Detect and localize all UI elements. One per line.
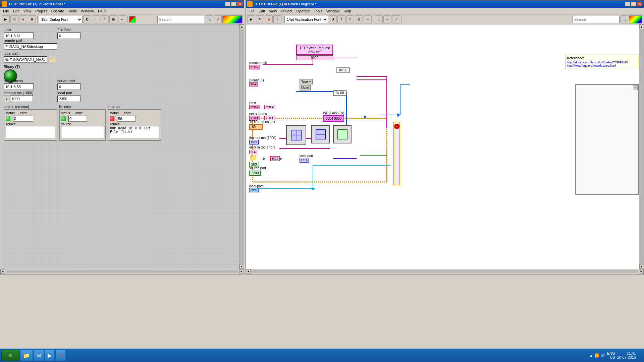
bd-tb-step-out[interactable]: ⤴: [392, 15, 400, 23]
bd-node-2[interactable]: [311, 125, 330, 143]
start-button[interactable]: [1, 350, 19, 361]
bd-font-select[interactable]: 14pt Application Font: [284, 16, 328, 23]
fp-tb-run-cont[interactable]: ↻: [10, 15, 18, 23]
bd-tb-step-over[interactable]: →: [383, 15, 391, 23]
fp-tb-align[interactable]: ≡: [101, 15, 109, 23]
fp-tb-color1[interactable]: [129, 16, 136, 23]
bd-menu-tools[interactable]: Tools: [312, 8, 324, 14]
local-path-browse-button[interactable]: 📁: [49, 56, 56, 63]
bd-menu-help[interactable]: Help: [341, 8, 353, 14]
fp-search-button[interactable]: 🔍: [205, 15, 213, 23]
fp-menu-tools[interactable]: Tools: [66, 8, 79, 14]
host-input[interactable]: [4, 33, 34, 39]
fp-tb-run[interactable]: ▶: [2, 15, 10, 23]
bd-hscroll-right[interactable]: ►: [639, 269, 644, 274]
bd-menu-window[interactable]: Window: [324, 8, 341, 14]
bd-tb-run-cont[interactable]: ↻: [256, 15, 264, 23]
bd-vscroll[interactable]: ▲ ▼: [639, 24, 644, 269]
bd-tb-abort[interactable]: ■: [265, 15, 273, 23]
bd-tb-resize[interactable]: ↔: [364, 15, 372, 23]
bd-tb-dist[interactable]: ⊞: [355, 15, 363, 23]
error-out-source-input[interactable]: UDP Read in TFTP Put File (1).vi: [110, 126, 159, 138]
bd-color-palette: [629, 15, 642, 23]
bd-close-button[interactable]: ✕: [637, 2, 642, 6]
server-port-input[interactable]: [57, 83, 81, 90]
bd-search-input[interactable]: [573, 16, 620, 23]
fp-minimize-button[interactable]: _: [225, 2, 230, 6]
timeout-decrement[interactable]: ◄: [4, 96, 9, 102]
fp-canvas[interactable]: Host File Size remote path local path: [0, 24, 239, 269]
bd-canvas[interactable]: TFTP Write Request WRQ (0x) 0002 remote …: [246, 24, 639, 269]
remote-path-input[interactable]: [4, 43, 57, 50]
bd-search-button[interactable]: 🔍: [620, 15, 628, 23]
taskbar-app-media[interactable]: ▶: [45, 350, 55, 361]
fp-menu-help[interactable]: Help: [96, 8, 108, 14]
bd-hscroll[interactable]: ◄ ►: [246, 269, 644, 274]
bd-menu-view[interactable]: View: [267, 8, 279, 14]
fp-tb-resize[interactable]: ↔: [118, 15, 126, 23]
fp-menu-view[interactable]: View: [21, 8, 34, 14]
bd-vscroll-up[interactable]: ▲: [639, 24, 644, 29]
bd-node-1[interactable]: [286, 125, 306, 145]
bd-vscroll-track[interactable]: [639, 29, 644, 264]
taskbar-app-explorer[interactable]: 📁: [20, 350, 33, 361]
taskbar-app-chrome[interactable]: ⊙: [55, 350, 66, 361]
fp-tb-dist[interactable]: ⊞: [109, 15, 117, 23]
bd-hscroll-left[interactable]: ◄: [246, 269, 251, 274]
bd-tb-pause[interactable]: ⏸: [273, 15, 281, 23]
fp-hscroll-left[interactable]: ◄: [0, 269, 5, 274]
bd-menu-file[interactable]: File: [247, 8, 257, 14]
bd-menu-operate[interactable]: Operate: [294, 8, 312, 14]
bd-tb-run[interactable]: ▶: [247, 15, 255, 23]
fp-menu-operate[interactable]: Operate: [49, 8, 66, 14]
file-size-input[interactable]: [57, 33, 81, 39]
bd-octet-select[interactable]: Octet: [300, 85, 311, 90]
fp-tb-font-i[interactable]: I: [92, 15, 100, 23]
fp-vscroll-track[interactable]: [239, 29, 244, 264]
fp-maximize-button[interactable]: □: [231, 2, 236, 6]
fp-tb-font-b[interactable]: B: [83, 15, 91, 23]
fp-close-button[interactable]: ✕: [237, 2, 243, 6]
bd-hscroll-track[interactable]: [251, 270, 638, 273]
file-error-source-input[interactable]: [61, 126, 104, 138]
bd-tb-align[interactable]: ≡: [346, 15, 354, 23]
fp-vscroll-up[interactable]: ▲: [239, 24, 244, 29]
bd-ref-url2[interactable]: http://www.faqs.org/rfcs/rfc1350.html: [567, 64, 637, 67]
fp-vscroll[interactable]: ▲ ▼: [239, 24, 244, 269]
fp-menu-project[interactable]: Project: [33, 8, 49, 14]
bd-true-select[interactable]: True ▼: [300, 79, 313, 84]
bd-sub-panel-btn[interactable]: F: [633, 85, 638, 90]
error-out-code-input[interactable]: [117, 116, 136, 122]
bd-tb-font-b[interactable]: B: [329, 15, 337, 23]
fp-font-select[interactable]: 15pt Dialog Font: [39, 16, 83, 23]
bd-node-3[interactable]: [333, 125, 352, 143]
error-in-code-input[interactable]: [13, 116, 33, 122]
fp-hscroll-track[interactable]: [6, 270, 238, 273]
fp-search-input[interactable]: [157, 16, 204, 23]
fp-menu-window[interactable]: Window: [79, 8, 96, 14]
fp-menu-file[interactable]: File: [1, 8, 11, 14]
fp-menu-edit[interactable]: Edit: [11, 8, 21, 14]
bd-minimize-button[interactable]: _: [625, 2, 630, 6]
bd-tb-font-i[interactable]: I: [337, 15, 345, 23]
error-in-source-input[interactable]: [6, 126, 55, 138]
bd-menu-edit[interactable]: Edit: [257, 8, 267, 14]
timeout-input[interactable]: [10, 96, 33, 102]
bd-tb-step-into[interactable]: ⤵: [375, 15, 383, 23]
local-path-input[interactable]: [4, 56, 47, 63]
tftp-write-req-box[interactable]: TFTP Write Request WRQ (0x): [296, 45, 333, 55]
file-error-code-input[interactable]: [68, 116, 87, 122]
fp-help-button[interactable]: ?: [214, 15, 222, 23]
fp-tb-pause[interactable]: ⏸: [28, 15, 36, 23]
bd-ref-url1[interactable]: http://elqui.dcsc.utfsm.cl/util/redes/TC…: [567, 61, 637, 64]
fp-vscroll-down[interactable]: ▼: [239, 264, 244, 269]
bd-menu-project[interactable]: Project: [279, 8, 294, 14]
bd-vscroll-down[interactable]: ▼: [639, 264, 644, 269]
fp-hscroll[interactable]: ◄ ►: [0, 269, 244, 274]
local-port-input[interactable]: [57, 96, 81, 102]
fp-hscroll-right[interactable]: ►: [239, 269, 244, 274]
fp-tb-abort[interactable]: ■: [19, 15, 27, 23]
taskbar-app-outlook[interactable]: ✉: [34, 350, 44, 361]
bd-maximize-button[interactable]: □: [631, 2, 636, 6]
net-address-input[interactable]: [4, 83, 34, 90]
